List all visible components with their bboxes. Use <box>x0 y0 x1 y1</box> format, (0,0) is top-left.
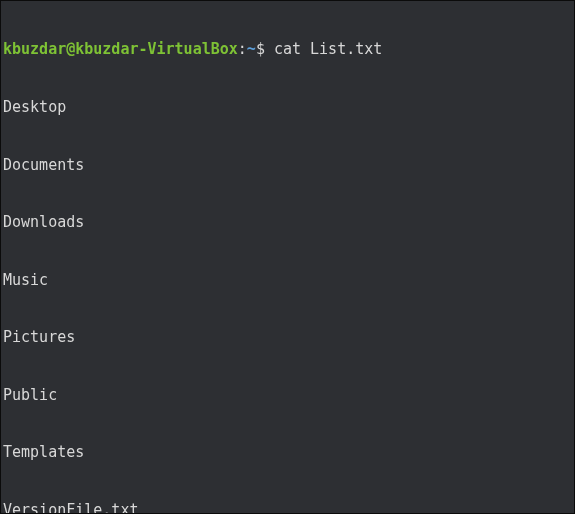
output-line: VersionFile.txt <box>3 501 572 514</box>
command-text: cat List.txt <box>274 40 382 58</box>
output-line: Public <box>3 386 572 405</box>
output-line: Music <box>3 271 572 290</box>
terminal[interactable]: kbuzdar@kbuzdar-VirtualBox:~$ cat List.t… <box>3 2 572 514</box>
output-line: Desktop <box>3 98 572 117</box>
prompt-dollar: $ <box>256 40 265 58</box>
output-line: Downloads <box>3 213 572 232</box>
output-line: Pictures <box>3 328 572 347</box>
prompt-user-host: kbuzdar@kbuzdar-VirtualBox <box>3 40 238 58</box>
prompt-line: kbuzdar@kbuzdar-VirtualBox:~$ cat List.t… <box>3 40 572 59</box>
prompt-colon: : <box>238 40 247 58</box>
output-line: Templates <box>3 443 572 462</box>
prompt-space <box>265 40 274 58</box>
output-line: Documents <box>3 156 572 175</box>
prompt-path: ~ <box>247 40 256 58</box>
